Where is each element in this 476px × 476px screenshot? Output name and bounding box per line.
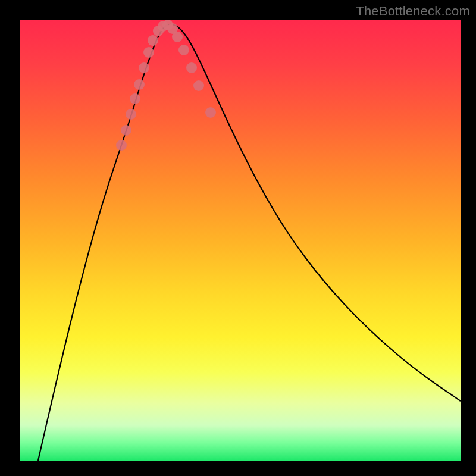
marker-point [130,93,140,104]
bottleneck-curve [38,24,461,461]
marker-point [186,62,197,73]
watermark-text: TheBottleneck.com [356,4,470,19]
marker-point [126,109,136,120]
marker-point [178,45,189,55]
marker-point [116,140,127,151]
curve-svg [20,20,461,461]
marker-point [172,32,183,42]
marker-point [205,107,216,118]
marker-point [139,62,149,73]
marker-point [134,79,145,90]
marker-point [121,125,131,136]
marker-point [193,80,204,91]
marker-point [143,47,154,58]
marker-point [148,35,158,46]
plot-area [20,20,461,461]
marker-group [116,20,216,151]
chart-stage: TheBottleneck.com [0,0,476,476]
